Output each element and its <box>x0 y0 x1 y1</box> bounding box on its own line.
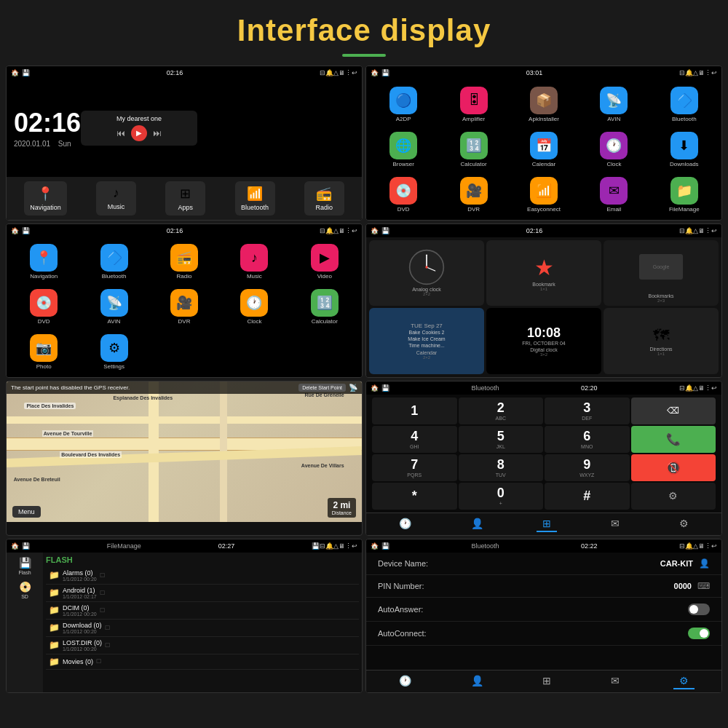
bt-setting-autoconnect: AutoConnect: <box>366 622 721 646</box>
panel-map: Place Des Invalides Esplanade Des Invali… <box>6 381 363 536</box>
bluetooth-app-label: Bluetooth <box>672 116 697 122</box>
p3-music-icon: ♪ <box>240 244 268 272</box>
clock-icon: 🕐 <box>600 132 628 159</box>
app-avin[interactable]: 📡 AVIN <box>579 82 648 126</box>
nav-btn-radio[interactable]: 📻 Radio <box>304 181 344 215</box>
music-controls[interactable]: ⏮ ▶ ⏭ <box>88 125 190 141</box>
next-button[interactable]: ⏭ <box>153 128 162 138</box>
file-main: FLASH 📁 Alarms (0) 1/1/2012 00:20 ☐ 📁 An… <box>43 553 362 693</box>
bt-tab-contacts[interactable]: 👤 <box>465 516 489 532</box>
widget-bookmark[interactable]: ★ Bookmark 1×1 <box>486 240 601 306</box>
home-icon-1[interactable]: 🏠 <box>11 69 19 76</box>
dial-4[interactable]: 4 GHI <box>372 426 457 453</box>
dial-9[interactable]: 9 WXYZ <box>545 454 630 481</box>
panel1-content: 02:16 2020.01.01 Sun My dearest one ⏮ ▶ … <box>7 79 362 220</box>
app-clock[interactable]: 🕐 Clock <box>579 127 648 171</box>
app-downloads[interactable]: ⬇ Downloads <box>650 127 719 171</box>
p3-app-radio[interactable]: 📻 Radio <box>150 240 218 284</box>
app-a2dp[interactable]: 🔵 A2DP <box>369 82 438 126</box>
home-icon-3[interactable]: 🏠 <box>11 227 19 234</box>
sidebar-item-flash[interactable]: 💾 Flash <box>18 557 31 575</box>
autoconnect-toggle[interactable] <box>688 628 710 639</box>
sidebar-item-sd[interactable]: 📀 SD <box>19 581 31 599</box>
dial-delete[interactable]: ⌫ <box>631 397 716 424</box>
autoanswer-toggle[interactable] <box>688 604 710 615</box>
file-row-download[interactable]: 📁 Download (0) 1/1/2012 00:20 ☐ <box>46 620 359 637</box>
p3-app-dvr[interactable]: 🎥 DVR <box>150 285 218 329</box>
map-menu-button[interactable]: Menu <box>12 506 41 518</box>
p3-app-clock[interactable]: 🕐 Clock <box>220 285 288 329</box>
nav-btn-apps[interactable]: ⊞ Apps <box>165 181 205 215</box>
p3-avin-icon: 📡 <box>100 289 128 317</box>
folder-icon-movies: 📁 <box>49 657 60 667</box>
widget-calendar[interactable]: TUE Sep 27 Bake Cookies 2Make Ice CreamT… <box>369 308 484 374</box>
dial-2[interactable]: 2 ABC <box>459 397 544 424</box>
dial-end[interactable]: 📵 <box>631 454 716 481</box>
app-apkinstaller[interactable]: 📦 ApkInstaller <box>510 82 578 126</box>
p3-app-video[interactable]: ▶ Video <box>290 240 359 284</box>
p3-app-calculator[interactable]: 🔢 Calculator <box>290 285 359 329</box>
dial-7[interactable]: 7 PQRS <box>372 454 457 481</box>
bt-tab-messages[interactable]: ✉ <box>605 516 625 532</box>
file-row-alarms[interactable]: 📁 Alarms (0) 1/1/2012 00:20 ☐ <box>46 567 359 585</box>
p3-app-photo[interactable]: 📷 Photo <box>9 331 78 374</box>
home-icon-8[interactable]: 🏠 <box>371 542 379 550</box>
home-icon-7[interactable]: 🏠 <box>11 542 19 550</box>
dial-call[interactable]: 📞 <box>631 426 716 453</box>
p3-app-bluetooth[interactable]: 🔷 Bluetooth <box>79 240 148 284</box>
app-easyconnect[interactable]: 📶 Easyconnect <box>510 173 578 216</box>
home-icon-6[interactable]: 🏠 <box>371 384 379 392</box>
p3-app-avin[interactable]: 📡 AVIN <box>79 285 148 329</box>
home-icon-4[interactable]: 🏠 <box>371 227 379 234</box>
bt-tab-recent[interactable]: 🕐 <box>393 516 417 532</box>
app-browser[interactable]: 🌐 Browser <box>369 127 438 171</box>
nav-btn-bluetooth[interactable]: 📶 Bluetooth <box>235 181 275 215</box>
dial-1[interactable]: 1 <box>372 397 457 424</box>
app-dvd[interactable]: 💿 DVD <box>369 173 438 216</box>
widget-directions[interactable]: 🗺 Directions 1×1 <box>604 308 719 374</box>
p3-app-music[interactable]: ♪ Music <box>220 240 288 284</box>
file-row-dcim[interactable]: 📁 DCIM (0) 1/1/2012 00:20 ☐ <box>46 602 359 620</box>
dial-0[interactable]: 0 + <box>459 483 544 510</box>
dial-star[interactable]: * <box>372 483 457 510</box>
bt-s-tab-contacts[interactable]: 👤 <box>465 673 489 689</box>
device-name-label: Device Name: <box>378 559 428 568</box>
widget-digital-clock: 10:08 FRI, OCTOBER 04 Digital clock 3×2 <box>486 308 601 374</box>
dial-3[interactable]: 3 DEF <box>545 397 630 424</box>
p3-app-navigation[interactable]: 📍 Navigation <box>9 240 78 284</box>
music-icon: ♪ <box>113 186 119 201</box>
bt-s-tab-settings[interactable]: ⚙ <box>673 673 695 689</box>
dial-5[interactable]: 5 JKL <box>459 426 544 453</box>
bt-tab-settings[interactable]: ⚙ <box>673 516 695 532</box>
app-calculator[interactable]: 🔢 Calculator <box>439 127 507 171</box>
dial-hash[interactable]: # <box>545 483 630 510</box>
calendar-label: Calendar <box>532 161 555 167</box>
play-button[interactable]: ▶ <box>131 125 147 141</box>
dial-8[interactable]: 8 TUV <box>459 454 544 481</box>
prev-button[interactable]: ⏮ <box>116 128 125 138</box>
app-email[interactable]: ✉ Email <box>579 173 648 216</box>
file-name-movies: Movies (0) <box>63 658 93 665</box>
nav-btn-music[interactable]: ♪ Music <box>96 181 136 215</box>
nav-btn-navigation[interactable]: 📍 Navigation <box>24 181 67 215</box>
delete-start-point-button[interactable]: Delete Start Point <box>298 384 346 392</box>
app-filemanage[interactable]: 📁 FileManage <box>650 173 719 216</box>
app-calendar[interactable]: 📅 Calendar <box>510 127 578 171</box>
p3-app-dvd[interactable]: 💿 DVD <box>9 285 78 329</box>
app-dvr[interactable]: 🎥 DVR <box>439 173 507 216</box>
app-bluetooth[interactable]: 🔷 Bluetooth <box>650 82 719 126</box>
file-row-lostdir[interactable]: 📁 LOST.DIR (0) 1/1/2012 00:20 ☐ <box>46 637 359 654</box>
dial-6[interactable]: 6 MNO <box>545 426 630 453</box>
file-row-movies[interactable]: 📁 Movies (0) ☐ <box>46 654 359 670</box>
bt-tab-dialpad[interactable]: ⊞ <box>537 516 557 532</box>
widget-bookmarks[interactable]: Google Bookmarks 2×3 <box>604 240 719 306</box>
dial-settings[interactable]: ⚙ <box>631 483 716 510</box>
file-row-android[interactable]: 📁 Android (1) 1/1/2012 02:17 ☐ <box>46 585 359 602</box>
app-amplifier[interactable]: 🎛 Amplifier <box>439 82 507 126</box>
a2dp-icon: 🔵 <box>389 87 417 114</box>
bt-s-tab-messages[interactable]: ✉ <box>605 673 625 689</box>
bt-s-tab-recent[interactable]: 🕐 <box>393 673 417 689</box>
p3-app-settings[interactable]: ⚙ Settings <box>79 331 148 374</box>
home-icon-2[interactable]: 🏠 <box>371 69 379 76</box>
bt-s-tab-dialpad[interactable]: ⊞ <box>537 673 557 689</box>
